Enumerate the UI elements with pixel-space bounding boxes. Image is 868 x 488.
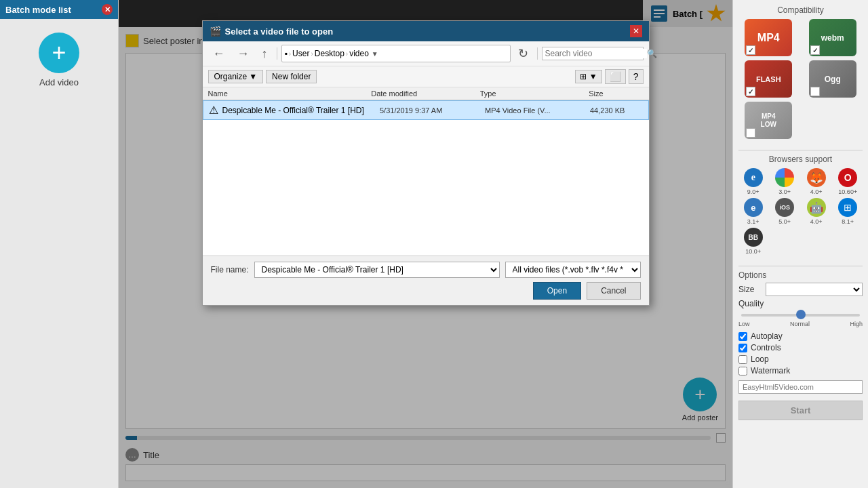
compat-ogg-check[interactable] — [810, 87, 820, 96]
watermark-checkbox[interactable] — [738, 367, 747, 375]
compat-mp4low-check[interactable] — [746, 128, 755, 138]
organize-button[interactable]: Organize ▼ — [208, 70, 264, 83]
watermark-input[interactable] — [738, 380, 863, 394]
search-icon: 🔍 — [647, 49, 657, 58]
sidebar-close-button[interactable]: ✕ — [102, 4, 113, 15]
new-folder-label: New folder — [272, 72, 311, 81]
quality-normal-label: Normal — [790, 321, 810, 327]
compatibility-label: Compatibility — [738, 5, 863, 15]
android-icon: 🤖 — [807, 198, 826, 217]
quality-track[interactable] — [741, 314, 860, 317]
controls-checkbox[interactable] — [738, 344, 747, 352]
compat-flash-check[interactable]: ✓ — [746, 87, 755, 96]
dialog-toolbar: ← → ↑ ▪ › User › Desktop › video ▼ — [203, 41, 649, 66]
autoplay-label: Autoplay — [751, 331, 783, 341]
compat-ogg-badge: Ogg — [809, 60, 856, 98]
col-type-header[interactable]: Type — [480, 89, 589, 98]
android-version: 4.0+ — [810, 218, 823, 225]
dialog-breadcrumb[interactable]: ▪ › User › Desktop › video ▼ — [281, 45, 511, 62]
resize-handle[interactable]: ⊿ — [723, 476, 732, 488]
compat-mp4low: MP4LOW — [738, 102, 799, 139]
cancel-button[interactable]: Cancel — [587, 282, 640, 300]
toolbar-separator — [277, 47, 277, 60]
breadcrumb-folder[interactable]: video — [349, 49, 369, 58]
opera-icon: O — [838, 168, 857, 187]
compat-webm-badge: webm ✓ — [809, 19, 856, 56]
ios-icon: iOS — [775, 198, 794, 217]
browser-chrome: 3.0+ — [770, 168, 800, 195]
controls-row: Controls — [738, 343, 863, 352]
filename-row: File name: Despicable Me - Official® Tra… — [211, 262, 641, 278]
quality-low-label: Low — [738, 321, 750, 327]
browser-opera: O 10.60+ — [833, 168, 863, 195]
up-button[interactable]: ↑ — [257, 45, 273, 63]
blackberry-version: 10.0+ — [745, 248, 761, 255]
compat-ogg: Ogg — [803, 60, 863, 98]
help-button[interactable]: ? — [629, 69, 644, 84]
compat-flash: FLASH ✓ — [738, 60, 799, 98]
quality-thumb[interactable] — [796, 310, 806, 319]
browser-ie: e 9.0+ — [738, 168, 768, 195]
refresh-button[interactable]: ↻ — [513, 44, 533, 63]
file-icon: ⚠ — [209, 104, 218, 117]
filename-label: File name: — [211, 265, 249, 274]
dialog-close-button[interactable]: ✕ — [630, 25, 642, 37]
quality-row: Quality Low Normal High — [738, 299, 863, 327]
organize-label: Organize — [214, 72, 248, 81]
file-row[interactable]: ⚠ Despicable Me - Official® Trailer 1 [H… — [203, 100, 649, 120]
col-date-header[interactable]: Date modified — [371, 89, 480, 98]
browser-grid-3: BB 10.0+ — [738, 228, 863, 255]
breadcrumb-parts: ▪ › User › Desktop › video — [285, 49, 369, 58]
file-list-empty-area — [203, 120, 649, 256]
file-name: Despicable Me - Official® Trailer 1 [HD] — [222, 106, 380, 115]
sidebar-header: Batch mode list ✕ — [0, 0, 118, 19]
preview-button[interactable]: ⬜ — [605, 69, 626, 84]
view-button[interactable]: ⊞ ▼ — [575, 70, 601, 83]
organize-chevron-icon: ▼ — [249, 72, 257, 81]
add-video-icon: + — [39, 33, 79, 73]
browser-edge: e 3.1+ — [738, 198, 768, 225]
dialog-button-row: Open Cancel — [211, 282, 641, 300]
new-folder-button[interactable]: New folder — [266, 70, 317, 83]
options-section: Options Size Quality Low Normal High — [738, 270, 863, 394]
size-select[interactable] — [766, 283, 863, 296]
add-video-label: Add video — [39, 77, 79, 87]
col-name-header[interactable]: Name — [208, 89, 372, 98]
filename-select[interactable]: Despicable Me - Official® Trailer 1 [HD] — [254, 262, 500, 278]
file-list-header: Name Date modified Type Size — [203, 87, 649, 100]
start-button[interactable]: Start — [738, 401, 863, 420]
compat-mp4-check[interactable]: ✓ — [746, 45, 755, 55]
dialog-title: Select a video file to open — [225, 26, 334, 37]
file-type: MP4 Video File (V... — [485, 106, 590, 115]
browser-blackberry: BB 10.0+ — [738, 228, 768, 255]
autoplay-checkbox[interactable] — [738, 332, 747, 341]
forward-button[interactable]: → — [233, 45, 254, 63]
quality-slider-container: Low Normal High — [738, 310, 863, 327]
size-row: Size — [738, 283, 863, 296]
back-button[interactable]: ← — [208, 45, 230, 63]
browser-windows: ⊞ 8.1+ — [833, 198, 863, 225]
firefox-icon: 🦊 — [807, 168, 826, 187]
divider-2 — [738, 266, 863, 266]
col-size-header[interactable]: Size — [589, 89, 643, 98]
file-date: 5/31/2019 9:37 AM — [380, 106, 485, 115]
edge-version: 3.1+ — [747, 218, 760, 225]
windows-version: 8.1+ — [842, 218, 854, 225]
search-input[interactable] — [545, 49, 647, 58]
breadcrumb-dropdown-icon[interactable]: ▼ — [372, 50, 378, 58]
filetype-select[interactable]: All video files (*.vob *.flv *.f4v * — [505, 262, 641, 278]
breadcrumb-user[interactable]: User — [292, 49, 309, 58]
edge-icon: e — [744, 198, 763, 217]
open-button[interactable]: Open — [533, 282, 581, 300]
sidebar: Batch mode list ✕ + Add video — [0, 0, 119, 488]
ios-version: 5.0+ — [778, 218, 791, 225]
file-size: 44,230 KB — [590, 106, 643, 115]
breadcrumb-desktop[interactable]: Desktop — [315, 49, 344, 58]
quality-label: Quality — [738, 299, 863, 308]
compat-webm-check[interactable]: ✓ — [810, 45, 820, 55]
add-video-button[interactable]: + Add video — [39, 33, 79, 87]
browser-android: 🤖 4.0+ — [802, 198, 831, 225]
loop-checkbox[interactable] — [738, 355, 747, 364]
compat-mp4low-badge: MP4LOW — [745, 102, 792, 139]
size-label: Size — [738, 285, 766, 294]
